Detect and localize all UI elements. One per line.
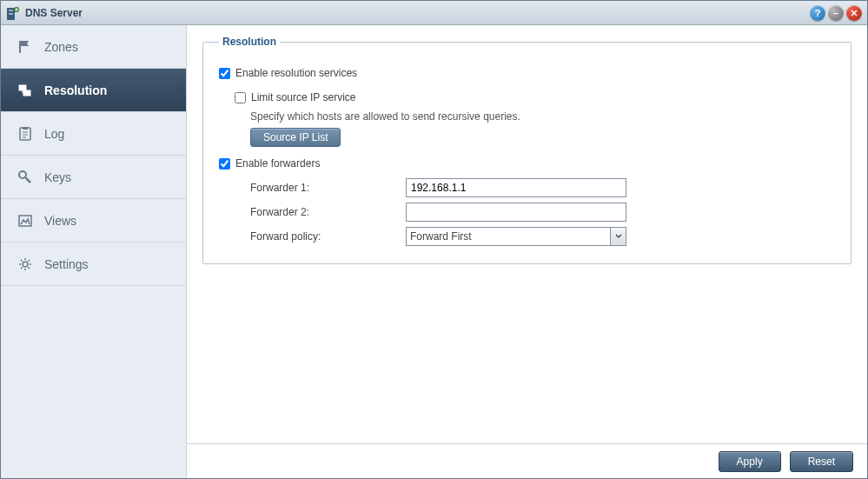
enable-resolution-label: Enable resolution services	[235, 67, 357, 79]
svg-point-10	[23, 262, 28, 267]
forwarder1-input[interactable]	[406, 178, 626, 197]
sidebar-item-label: Keys	[44, 170, 71, 184]
sidebar: Zones Resolution Log Keys Views	[1, 25, 187, 478]
views-icon	[17, 213, 34, 229]
minimize-button[interactable]: –	[828, 5, 844, 21]
sidebar-item-log[interactable]: Log	[1, 112, 186, 156]
key-icon	[17, 170, 34, 185]
limit-source-checkbox[interactable]	[235, 92, 246, 103]
close-button[interactable]	[846, 5, 862, 21]
limit-source-help: Specify which hosts are allowed to send …	[250, 110, 835, 123]
sidebar-item-label: Log	[44, 127, 64, 141]
sidebar-item-keys[interactable]: Keys	[1, 156, 186, 199]
svg-rect-2	[9, 13, 13, 15]
title-bar: DNS Server ? –	[1, 1, 867, 25]
help-button[interactable]: ?	[810, 5, 825, 21]
resolution-fieldset: Resolution Enable resolution services Li…	[202, 36, 851, 264]
svg-rect-1	[9, 10, 13, 11]
footer: Apply Reset	[187, 443, 867, 478]
window-controls: ? –	[810, 5, 862, 21]
resolution-icon	[17, 83, 34, 98]
limit-source-label: Limit source IP service	[251, 91, 356, 103]
forward-policy-label: Forward policy:	[219, 230, 406, 243]
enable-forwarders-label: Enable forwarders	[235, 157, 320, 170]
chevron-down-icon	[610, 228, 626, 245]
forward-policy-select[interactable]: Forward First	[406, 227, 626, 246]
sidebar-item-label: Settings	[44, 257, 89, 271]
sidebar-item-settings[interactable]: Settings	[1, 243, 186, 286]
svg-rect-6	[20, 128, 30, 140]
clipboard-icon	[17, 126, 34, 142]
apply-button[interactable]: Apply	[719, 451, 781, 472]
forwarder2-input[interactable]	[406, 203, 626, 222]
fieldset-legend: Resolution	[219, 36, 280, 48]
main-content: Resolution Enable resolution services Li…	[187, 25, 867, 478]
forwarder2-label: Forwarder 2:	[219, 206, 406, 218]
svg-point-8	[19, 171, 26, 178]
flag-icon	[17, 39, 34, 55]
sidebar-item-resolution[interactable]: Resolution	[1, 69, 186, 112]
sidebar-item-views[interactable]: Views	[1, 199, 186, 243]
window-title: DNS Server	[25, 7, 810, 19]
source-ip-list-button[interactable]: Source IP List	[250, 128, 341, 147]
enable-resolution-checkbox[interactable]	[219, 68, 230, 79]
enable-forwarders-checkbox[interactable]	[219, 158, 230, 170]
svg-rect-7	[23, 127, 28, 130]
svg-rect-4	[19, 85, 26, 90]
reset-button[interactable]: Reset	[790, 451, 853, 472]
sidebar-item-zones[interactable]: Zones	[1, 25, 186, 69]
forward-policy-value: Forward First	[410, 230, 472, 243]
sidebar-item-label: Zones	[44, 40, 78, 54]
gear-icon	[17, 256, 34, 272]
sidebar-item-label: Views	[44, 214, 76, 228]
forwarder1-label: Forwarder 1:	[219, 182, 406, 194]
app-icon	[6, 6, 20, 20]
sidebar-item-label: Resolution	[44, 83, 107, 97]
